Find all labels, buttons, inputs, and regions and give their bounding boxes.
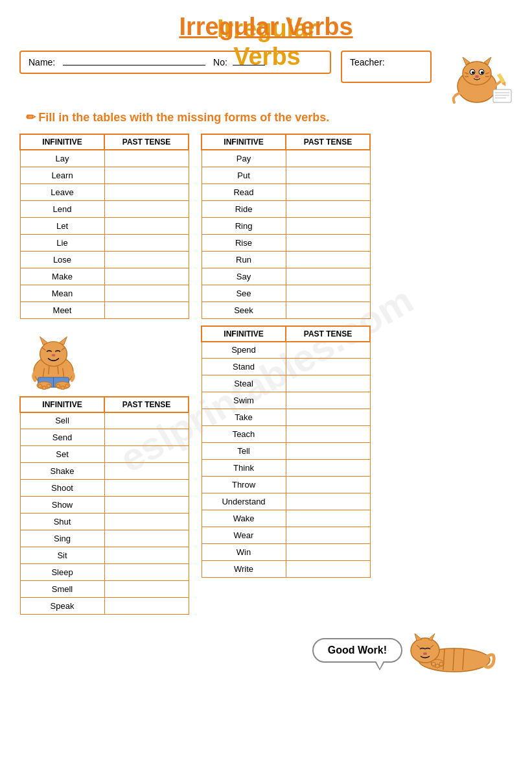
past-cell[interactable] [286,510,370,527]
infinitive-cell: Shut [20,514,104,530]
table-row: See [202,285,370,302]
past-cell[interactable] [286,268,370,285]
past-cell[interactable] [286,359,370,375]
past-cell[interactable] [286,561,370,578]
past-cell[interactable] [286,460,370,477]
infinitive-cell: Show [20,497,104,514]
past-cell[interactable] [104,514,189,530]
past-cell[interactable] [286,184,370,200]
past-cell[interactable] [286,477,370,493]
past-cell[interactable] [286,200,370,217]
past-cell[interactable] [104,184,189,200]
svg-point-52 [432,662,435,666]
past-cell[interactable] [104,268,189,285]
past-cell[interactable] [286,409,370,426]
past-cell[interactable] [286,167,370,184]
svg-point-36 [42,386,46,390]
past-cell[interactable] [104,302,189,318]
past-cell[interactable] [104,547,189,564]
infinitive-cell: Swim [202,392,286,409]
table-row: Think [202,460,370,477]
past-cell[interactable] [104,200,189,217]
right-column: INFINITIVE PAST TENSE Pay Put Read Ride … [201,134,371,578]
table-row: Lie [20,234,189,251]
past-cell[interactable] [286,302,370,318]
past-cell[interactable] [104,251,189,268]
past-cell[interactable] [104,217,189,234]
past-cell[interactable] [104,412,189,429]
left-column: INFINITIVE PAST TENSE Lay Learn Leave Le… [19,134,189,615]
table-row: Win [202,544,370,561]
infinitive-cell: Wake [202,510,286,527]
table-row: Shoot [20,480,189,497]
garfield-lying-icon [409,628,500,673]
past-cell[interactable] [104,581,189,598]
past-cell[interactable] [286,375,370,392]
table-row: Sell [20,412,189,429]
svg-point-54 [439,662,443,666]
table-row: Take [202,409,370,426]
table-row: Write [202,561,370,578]
infinitive-cell: Sleep [20,564,104,581]
infinitive-cell: Lay [20,150,104,167]
table-row: Ride [202,200,370,217]
pencil-icon: ✏ [26,111,36,124]
past-cell[interactable] [104,234,189,251]
garfield-writing-svg [441,51,513,109]
infinitive-cell: Pay [202,150,286,167]
svg-line-31 [49,366,49,373]
past-cell[interactable] [286,251,370,268]
teacher-area: Teacher: [341,51,432,83]
table-row: Pay [202,150,370,167]
svg-line-32 [58,366,58,373]
infinitive-cell: Think [202,460,286,477]
table2-past-header: PAST TENSE [286,134,370,150]
past-cell[interactable] [104,429,189,446]
past-cell[interactable] [104,446,189,463]
past-cell[interactable] [286,150,370,167]
past-cell[interactable] [104,598,189,615]
table-row: Wake [202,510,370,527]
table-row: Sit [20,547,189,564]
past-cell[interactable] [286,234,370,251]
past-cell[interactable] [286,527,370,544]
table-row: Steal [202,375,370,392]
infinitive-cell: Write [202,561,286,578]
past-cell[interactable] [286,392,370,409]
svg-point-38 [56,384,60,388]
past-cell[interactable] [104,530,189,547]
table-row: Let [20,217,189,234]
infinitive-cell: Let [20,217,104,234]
past-cell[interactable] [104,463,189,480]
table-row: Meet [20,302,189,318]
title-area: Irregular Verbs Irregular Verbs [19,13,513,41]
past-cell[interactable] [286,443,370,460]
table3-past-header: PAST TENSE [104,397,189,412]
table4-infinitive-header: INFINITIVE [202,326,286,342]
table-row: Lose [20,251,189,268]
past-cell[interactable] [286,426,370,443]
table-3: INFINITIVE PAST TENSE Sell Send Set Shak… [19,396,189,615]
table-row: Smell [20,581,189,598]
past-cell[interactable] [104,285,189,302]
past-cell[interactable] [286,285,370,302]
past-cell[interactable] [286,493,370,510]
good-work-bubble: Good Work! [312,638,402,663]
past-cell[interactable] [104,150,189,167]
table-row: Lay [20,150,189,167]
infinitive-cell: Learn [20,167,104,184]
past-cell[interactable] [286,544,370,561]
table2-infinitive-header: INFINITIVE [202,134,286,150]
table-row: Throw [202,477,370,493]
past-cell[interactable] [104,564,189,581]
past-cell[interactable] [286,342,370,359]
infinitive-cell: Sell [20,412,104,429]
past-cell[interactable] [104,480,189,497]
past-cell[interactable] [104,167,189,184]
table1-past-header: PAST TENSE [104,134,189,150]
past-cell[interactable] [104,497,189,514]
past-cell[interactable] [286,217,370,234]
table-row: Lend [20,200,189,217]
svg-point-24 [52,353,56,356]
table-row: Run [202,251,370,268]
